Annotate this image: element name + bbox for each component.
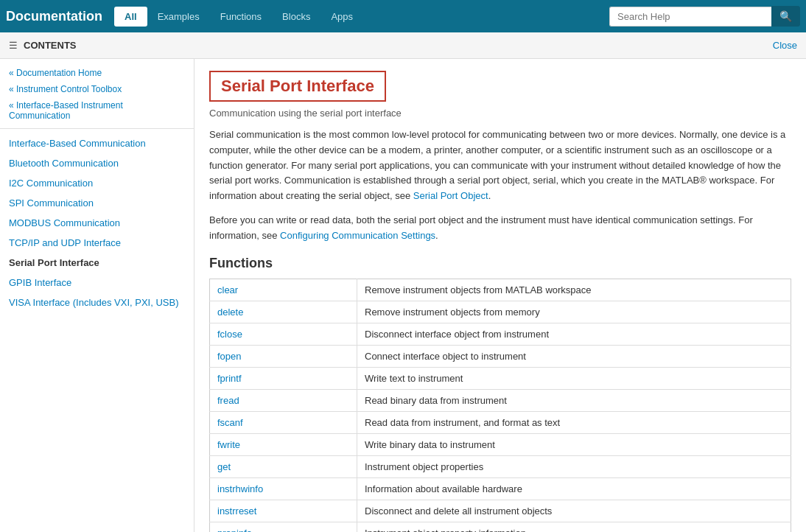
function-description-cell: Remove instrument objects from MATLAB wo… [357, 279, 791, 301]
description-1-text: Serial communication is the most common … [209, 129, 785, 201]
function-name-cell[interactable]: clear [210, 279, 357, 301]
function-description-cell: Instrument object properties [357, 455, 791, 477]
serial-port-object-link[interactable]: Serial Port Object [413, 190, 488, 201]
table-row: fopenConnect interface object to instrum… [210, 345, 791, 367]
function-name-cell[interactable]: fwrite [210, 433, 357, 455]
contents-bar: ☰ CONTENTS Close [0, 32, 806, 59]
sidebar-item-visa[interactable]: VISA Interface (Includes VXI, PXI, USB) [0, 293, 194, 312]
sidebar-item-tcpip[interactable]: TCP/IP and UDP Interface [0, 233, 194, 253]
main-layout: Documentation Home Instrument Control To… [0, 59, 806, 532]
function-description-cell: Disconnect and delete all instrument obj… [357, 500, 791, 522]
functions-section-title: Functions [209, 256, 791, 271]
logo: Documentation [6, 9, 102, 24]
hamburger-icon: ☰ [9, 40, 18, 51]
sidebar-item-gpib[interactable]: GPIB Interface [0, 273, 194, 293]
table-row: fscanfRead data from instrument, and for… [210, 411, 791, 433]
nav-all[interactable]: All [114, 7, 147, 27]
configuring-link[interactable]: Configuring Communication Settings [280, 230, 435, 241]
function-description-cell: Write binary data to instrument [357, 433, 791, 455]
sidebar: Documentation Home Instrument Control To… [0, 59, 195, 532]
sidebar-item-i2c[interactable]: I2C Communication [0, 173, 194, 193]
table-row: fprintfWrite text to instrument [210, 367, 791, 389]
breadcrumb-toolbox[interactable]: Instrument Control Toolbox [0, 81, 194, 97]
page-title-box: Serial Port Interface [209, 71, 386, 102]
nav-functions[interactable]: Functions [210, 7, 272, 27]
main-nav: All Examples Functions Blocks Apps [114, 7, 609, 27]
header: Documentation All Examples Functions Blo… [0, 0, 806, 32]
sidebar-item-bluetooth[interactable]: Bluetooth Communication [0, 153, 194, 173]
sidebar-divider [0, 128, 194, 129]
table-row: fwriteWrite binary data to instrument [210, 433, 791, 455]
function-description-cell: Instrument object property information [357, 522, 791, 532]
function-description-cell: Information about available hardware [357, 477, 791, 500]
table-row: instrresetDisconnect and delete all inst… [210, 500, 791, 522]
table-row: instrhwinfoInformation about available h… [210, 477, 791, 500]
table-row: clearRemove instrument objects from MATL… [210, 279, 791, 301]
breadcrumb-interface[interactable]: Interface-Based Instrument Communication [0, 97, 194, 124]
contents-label: CONTENTS [24, 40, 773, 51]
sidebar-item-modbus[interactable]: MODBUS Communication [0, 213, 194, 233]
function-name-cell[interactable]: fclose [210, 323, 357, 345]
description-1: Serial communication is the most common … [209, 127, 791, 204]
function-name-cell[interactable]: get [210, 455, 357, 477]
search-bar: 🔍 [609, 6, 800, 27]
nav-blocks[interactable]: Blocks [272, 7, 320, 27]
nav-examples[interactable]: Examples [147, 7, 210, 27]
function-name-cell[interactable]: instrreset [210, 500, 357, 522]
function-description-cell: Connect interface object to instrument [357, 345, 791, 367]
function-description-cell: Write text to instrument [357, 367, 791, 389]
functions-table: clearRemove instrument objects from MATL… [209, 279, 791, 532]
description-2: Before you can write or read data, both … [209, 213, 791, 244]
function-description-cell: Remove instrument objects from memory [357, 301, 791, 323]
function-description-cell: Disconnect interface object from instrum… [357, 323, 791, 345]
function-description-cell: Read data from instrument, and format as… [357, 411, 791, 433]
function-name-cell[interactable]: fopen [210, 345, 357, 367]
table-row: deleteRemove instrument objects from mem… [210, 301, 791, 323]
function-name-cell[interactable]: propinfo [210, 522, 357, 532]
function-name-cell[interactable]: fscanf [210, 411, 357, 433]
sidebar-item-interface-based[interactable]: Interface-Based Communication [0, 133, 194, 153]
function-name-cell[interactable]: fprintf [210, 367, 357, 389]
nav-apps[interactable]: Apps [320, 7, 363, 27]
function-name-cell[interactable]: instrhwinfo [210, 477, 357, 500]
table-row: freadRead binary data from instrument [210, 389, 791, 411]
function-name-cell[interactable]: fread [210, 389, 357, 411]
content-area: Serial Port Interface Communication usin… [195, 59, 806, 532]
sidebar-item-spi[interactable]: SPI Communication [0, 193, 194, 213]
search-input[interactable] [609, 7, 771, 27]
search-button[interactable]: 🔍 [771, 6, 800, 27]
function-description-cell: Read binary data from instrument [357, 389, 791, 411]
table-row: propinfoInstrument object property infor… [210, 522, 791, 532]
sidebar-item-serial[interactable]: Serial Port Interface [0, 253, 194, 273]
table-row: fcloseDisconnect interface object from i… [210, 323, 791, 345]
close-button[interactable]: Close [773, 40, 797, 51]
breadcrumb-doc-home[interactable]: Documentation Home [0, 65, 194, 81]
subtitle: Communication using the serial port inte… [209, 108, 791, 119]
table-row: getInstrument object properties [210, 455, 791, 477]
page-title: Serial Port Interface [221, 77, 374, 96]
function-name-cell[interactable]: delete [210, 301, 357, 323]
